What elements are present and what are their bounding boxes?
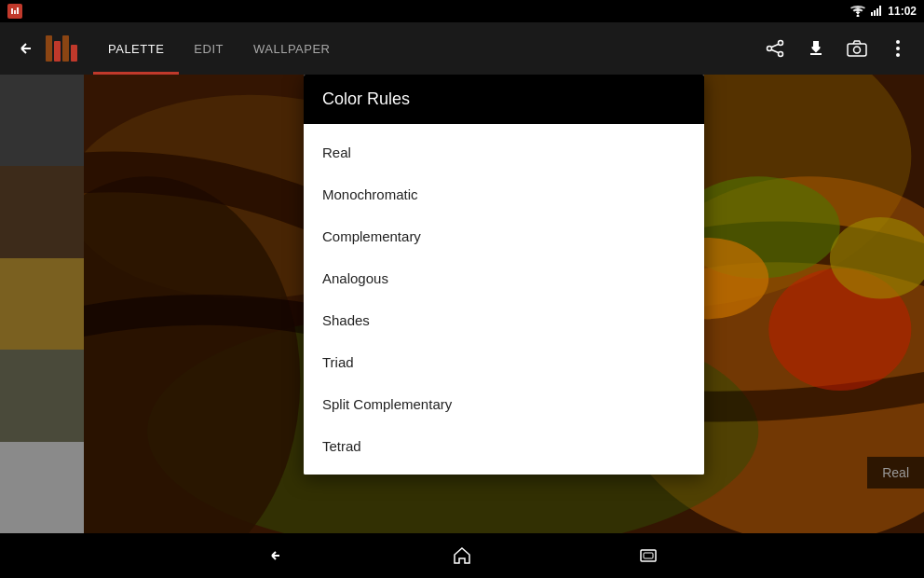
tab-palette[interactable]: PALETTE: [93, 22, 179, 75]
svg-point-17: [896, 47, 900, 50]
dialog-item-monochromatic[interactable]: Monochromatic: [304, 173, 704, 215]
app-icon: [7, 4, 22, 19]
action-bar: PALETTE EDIT WALLPAPER: [0, 22, 924, 75]
nav-bar: [0, 533, 924, 578]
palette-sidebar: [0, 75, 84, 533]
swatch-5[interactable]: [0, 442, 84, 533]
swatch-4[interactable]: [0, 350, 84, 441]
dialog-item-shades[interactable]: Shades: [304, 299, 704, 341]
dialog-item-complementary[interactable]: Complementary: [304, 215, 704, 257]
svg-point-4: [857, 15, 860, 18]
svg-rect-2: [14, 10, 16, 14]
svg-point-11: [768, 47, 772, 51]
svg-rect-6: [874, 10, 876, 16]
svg-rect-5: [871, 12, 873, 16]
camera-button[interactable]: [838, 30, 876, 67]
svg-rect-14: [848, 44, 866, 56]
more-button[interactable]: [879, 30, 917, 67]
dialog-item-analogous[interactable]: Analogous: [304, 257, 704, 299]
recents-nav-button[interactable]: [630, 537, 667, 574]
svg-rect-30: [641, 550, 656, 561]
status-left: [7, 4, 22, 19]
dialog-title-bar: Color Rules: [304, 75, 704, 124]
svg-rect-7: [876, 8, 878, 16]
swatch-2[interactable]: [0, 166, 84, 257]
svg-point-10: [779, 52, 783, 57]
download-button[interactable]: [797, 30, 835, 67]
svg-rect-31: [644, 553, 653, 558]
dialog-item-split-complementary[interactable]: Split Complementary: [304, 383, 704, 425]
tab-wallpaper[interactable]: WALLPAPER: [238, 22, 346, 75]
svg-point-9: [779, 41, 783, 46]
swatch-1[interactable]: [0, 75, 84, 166]
status-right: 11:02: [850, 5, 917, 18]
svg-line-13: [772, 50, 779, 53]
time-display: 11:02: [888, 5, 917, 18]
tab-bar: PALETTE EDIT WALLPAPER: [93, 22, 756, 75]
tab-edit[interactable]: EDIT: [179, 22, 238, 75]
nav-back-button[interactable]: [7, 30, 45, 67]
home-nav-button[interactable]: [443, 537, 481, 574]
swatch-3[interactable]: [0, 258, 84, 350]
wifi-icon: [850, 6, 865, 17]
svg-point-15: [854, 47, 861, 53]
share-button[interactable]: [756, 30, 794, 67]
image-area: Color Rules Real Monochromatic Complemen…: [84, 75, 924, 533]
svg-point-18: [896, 53, 900, 57]
action-icons: [756, 30, 917, 67]
dialog-title: Color Rules: [322, 89, 410, 108]
app-logo: [45, 32, 78, 65]
svg-line-12: [772, 45, 779, 48]
color-rules-dialog: Color Rules Real Monochromatic Complemen…: [304, 75, 704, 475]
svg-rect-8: [879, 6, 881, 16]
main-content: Color Rules Real Monochromatic Complemen…: [0, 75, 924, 533]
dialog-items: Real Monochromatic Complementary Analogo…: [304, 124, 704, 475]
svg-rect-1: [11, 8, 13, 14]
dialog-item-real[interactable]: Real: [304, 131, 704, 173]
svg-rect-3: [17, 7, 19, 14]
svg-point-16: [896, 40, 900, 44]
signal-icon: [871, 5, 882, 18]
dialog-item-triad[interactable]: Triad: [304, 341, 704, 383]
dialog-item-tetrad[interactable]: Tetrad: [304, 425, 704, 467]
back-nav-button[interactable]: [257, 537, 294, 574]
status-bar: 11:02: [0, 0, 924, 22]
dialog-overlay[interactable]: Color Rules Real Monochromatic Complemen…: [84, 75, 924, 533]
